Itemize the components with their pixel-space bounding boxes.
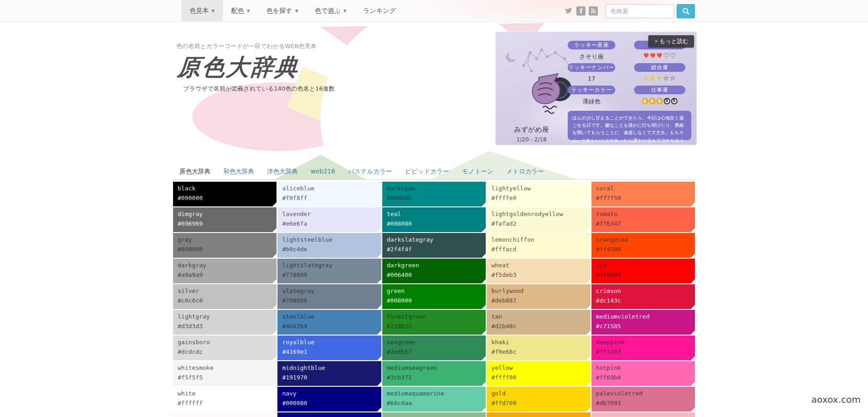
color-swatch-gold[interactable]: gold#ffd700 (487, 387, 590, 412)
color-swatch-lightgray[interactable]: lightgray#d3d3d3 (173, 310, 277, 335)
color-swatch-crimson[interactable]: crimson#dc143c (591, 284, 695, 309)
nav-item-色見本[interactable]: 色見本▼ (181, 0, 223, 22)
tab-web216[interactable]: web216 (304, 163, 342, 179)
color-name: whitesmoke (178, 364, 277, 372)
site-logo[interactable]: 原色大辞典 (177, 52, 300, 83)
color-hex-code: #ffffe0 (491, 195, 590, 202)
color-swatch-darkseagreen[interactable] (382, 412, 486, 417)
color-swatch-tomato[interactable]: tomato#ff6347 (591, 207, 695, 232)
color-swatch-black[interactable]: black#000000 (173, 182, 277, 206)
nav-item-色で遊ぶ[interactable]: 色で遊ぶ▼ (306, 0, 355, 22)
color-hex-code: #ffff00 (491, 374, 590, 381)
tab-洋色大辞典[interactable]: 洋色大辞典 (260, 163, 304, 179)
heart-outline-icon: ♡ (663, 52, 669, 60)
color-swatch-tan[interactable]: tan#d2b48c (487, 310, 590, 335)
tab-原色大辞典[interactable]: 原色大辞典 (173, 163, 217, 179)
tab-パステルカラー[interactable]: パステルカラー (342, 163, 398, 179)
star-filled-icon: ★ (650, 74, 656, 82)
tab-メトロカラー[interactable]: メトロカラー (500, 163, 551, 179)
search-button[interactable] (677, 4, 695, 18)
horoscope-widget: ＞もっと読む (495, 32, 697, 145)
color-swatch-royalblue[interactable]: royalblue#4169e1 (277, 336, 381, 360)
color-swatch-orange[interactable] (487, 412, 590, 417)
fortune-label-pill[interactable]: 総合運 (634, 63, 685, 72)
color-name: seagreen (387, 339, 486, 346)
color-swatch-lightgoldenrodyellow[interactable]: lightgoldenrodyellow#fafad2 (487, 207, 590, 232)
color-swatch-teal[interactable]: teal#008080 (382, 207, 486, 232)
color-swatch-mediumaquamarine[interactable]: mediumaquamarine#66cdaa (382, 387, 486, 412)
heart-outline-icon: ♡ (670, 52, 676, 60)
color-swatch-hotpink[interactable]: hotpink#ff69b4 (591, 361, 695, 386)
facebook-icon[interactable]: f (576, 6, 586, 16)
color-name: midnightblue (282, 364, 381, 372)
color-hex-code: #ff69b4 (596, 374, 695, 381)
color-swatch-red[interactable]: red#ff0000 (591, 259, 695, 283)
horoscope-illustration-area: みずがめ座 1/20 - 2/18 (495, 32, 568, 145)
color-hex-code: #708090 (282, 297, 381, 304)
coin-filled-icon: $ (656, 98, 663, 104)
color-swatch-aliceblue[interactable]: aliceblue#f0f8ff (277, 182, 381, 206)
color-swatch-orangered[interactable]: orangered#ff4500 (591, 233, 695, 258)
color-name: white (178, 390, 277, 397)
tab-ビビッドカラー[interactable]: ビビッドカラー (399, 163, 456, 179)
tab-モノトーン[interactable]: モノトーン (456, 163, 500, 179)
color-swatch-darkslategray[interactable]: darkslategray#2f4f4f (382, 233, 486, 258)
color-name: wheat (491, 262, 590, 269)
color-swatch-navy[interactable]: navy#000080 (277, 387, 381, 412)
lucky-label-pill[interactable]: ラッキーカラー (568, 86, 615, 94)
color-name: lightyellow (491, 185, 590, 192)
color-swatch-darkgray[interactable]: darkgray#a9a9a9 (173, 259, 277, 283)
nav-item-ランキング[interactable]: ランキング (355, 0, 404, 22)
color-swatch-forestgreen[interactable]: forestgreen#228b22 (382, 310, 486, 335)
color-swatch-white[interactable]: white#ffffff (173, 387, 277, 412)
color-swatch-steelblue[interactable]: steelblue#4682b4 (277, 310, 381, 335)
lucky-label-pill[interactable]: ラッキーナンバー (568, 63, 615, 72)
color-hex-code: #66cdaa (387, 400, 486, 407)
color-swatch-yellow[interactable]: yellow#ffff00 (487, 361, 590, 386)
color-swatch-seagreen[interactable]: seagreen#2e8b57 (382, 336, 486, 360)
color-swatch-burlywood[interactable]: burlywood#deb887 (487, 284, 590, 309)
rss-icon[interactable] (589, 6, 598, 16)
color-swatch-snow[interactable] (173, 412, 277, 417)
read-more-button[interactable]: ＞もっと読む (648, 35, 694, 48)
fortune-label-pill[interactable]: 仕事運 (634, 86, 685, 94)
color-swatch-darkcyan[interactable]: darkcyan#008b8b (382, 182, 486, 206)
color-swatch-palevioletred[interactable]: palevioletred#db7093 (591, 387, 695, 412)
color-swatch-mediumseagreen[interactable]: mediumseagreen#3cb371 (382, 361, 486, 386)
color-swatch-darkblue[interactable] (277, 412, 381, 417)
color-swatch-lightpink[interactable] (591, 412, 695, 417)
lucky-label-pill[interactable]: ラッキー星座 (568, 41, 615, 49)
color-swatch-mediumvioletred[interactable]: mediumvioletred#c71585 (591, 310, 695, 335)
color-swatch-wheat[interactable]: wheat#f5deb3 (487, 259, 590, 283)
search-input[interactable] (606, 4, 674, 18)
star-outline-icon: ☆ (663, 74, 669, 82)
color-hex-code: #000000 (178, 195, 277, 202)
color-swatch-whitesmoke[interactable]: whitesmoke#f5f5f5 (173, 361, 277, 386)
color-swatch-deeppink[interactable]: deeppink#ff1493 (591, 336, 695, 360)
color-swatch-gainsboro[interactable]: gainsboro#dcdcdc (173, 336, 277, 360)
color-swatch-darkgreen[interactable]: darkgreen#006400 (382, 259, 486, 283)
color-swatch-green[interactable]: green#008000 (382, 284, 486, 309)
color-swatch-slategray[interactable]: slategray#708090 (277, 284, 381, 309)
nav-item-配色[interactable]: 配色▼ (223, 0, 258, 22)
color-swatch-lemonchiffon[interactable]: lemonchiffon#fffacd (487, 233, 590, 258)
nav-item-label: 色見本 (190, 7, 209, 15)
color-swatch-lavender[interactable]: lavender#e6e6fa (277, 207, 381, 232)
color-swatch-khaki[interactable]: khaki#f0e68c (487, 336, 590, 360)
color-swatch-dimgray[interactable]: dimgray#696969 (173, 207, 277, 232)
color-name: navy (282, 390, 381, 397)
color-swatch-gray[interactable]: gray#808080 (173, 233, 277, 258)
twitter-icon[interactable] (564, 6, 573, 16)
watermark: aoxox.com (811, 394, 861, 405)
nav-item-色を探す[interactable]: 色を探す▼ (258, 0, 307, 22)
star-outline-icon: ☆ (670, 74, 676, 82)
tab-和色大辞典[interactable]: 和色大辞典 (217, 163, 261, 179)
color-swatch-lightsteelblue[interactable]: lightsteelblue#b0c4de (277, 233, 381, 258)
color-name: lightgoldenrodyellow (491, 211, 590, 218)
color-swatch-lightyellow[interactable]: lightyellow#ffffe0 (487, 182, 590, 206)
color-swatch-silver[interactable]: silver#c0c0c0 (173, 284, 277, 309)
color-swatch-midnightblue[interactable]: midnightblue#191970 (277, 361, 381, 386)
color-name: gold (491, 390, 590, 397)
color-swatch-coral[interactable]: coral#ff7f50 (591, 182, 695, 206)
color-swatch-lightslategray[interactable]: lightslategray#778899 (277, 259, 381, 283)
